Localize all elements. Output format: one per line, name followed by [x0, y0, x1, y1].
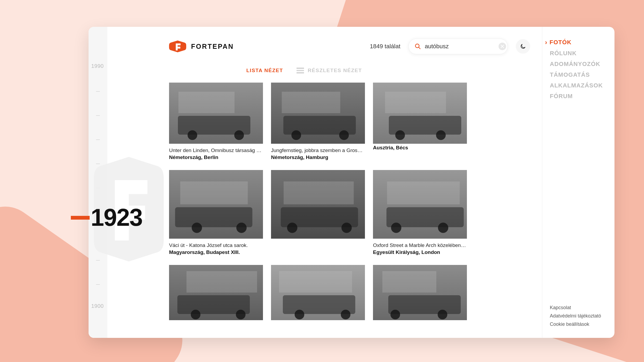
logo-icon: [169, 40, 186, 52]
timeline-tick: [96, 260, 100, 261]
nav-menu: FOTÓKRÓLUNKADOMÁNYOZÓKTÁMOGATÁSALKALMAZÁ…: [550, 39, 614, 100]
svg-rect-21: [180, 182, 248, 204]
footer-link[interactable]: Cookie beállítások: [550, 322, 614, 327]
photo-location: Németország, Berlin: [169, 154, 263, 160]
svg-point-14: [395, 130, 405, 140]
dark-mode-toggle[interactable]: [516, 39, 530, 54]
photo-grid: Unter den Linden, Omnibusz társaság nyit…: [107, 83, 542, 320]
nav-item-fotók[interactable]: FOTÓK: [550, 39, 614, 46]
view-toggle: LISTA NÉZET RÉSZLETES NÉZET: [107, 54, 542, 83]
svg-point-25: [341, 223, 352, 233]
timeline-rail[interactable]: 1990 1900: [89, 27, 107, 338]
timeline-current-year: 1923: [91, 204, 142, 231]
list-view-toggle[interactable]: LISTA NÉZET: [169, 68, 283, 73]
footer-link[interactable]: Adatvédelmi tájékoztató: [550, 313, 614, 319]
svg-point-10: [339, 130, 349, 140]
svg-point-34: [191, 310, 200, 319]
footer-link[interactable]: Kapcsolat: [550, 305, 614, 311]
nav-footer: KapcsolatAdatvédelmi tájékoztatóCookie b…: [550, 305, 614, 330]
svg-rect-43: [388, 295, 461, 314]
svg-point-5: [234, 130, 244, 140]
list-view-label: LISTA NÉZET: [246, 68, 283, 73]
side-nav: FOTÓKRÓLUNKADOMÁNYOZÓKTÁMOGATÁSALKALMAZÁ…: [542, 27, 614, 338]
svg-point-44: [390, 310, 400, 319]
photo-card[interactable]: [169, 265, 263, 320]
photo-location: Németország, Hamburg: [271, 154, 365, 160]
photo-thumbnail[interactable]: [271, 83, 365, 144]
svg-point-40: [341, 310, 350, 319]
photo-card[interactable]: Jungfernstieg, jobbra szemben a Grosse B…: [271, 83, 365, 160]
photo-caption: Váci út - Katona József utca sarok.: [169, 242, 263, 248]
svg-line-1: [419, 47, 420, 49]
photo-card[interactable]: [373, 265, 467, 320]
timeline-bottom-year: 1900: [91, 303, 104, 309]
clear-search-button[interactable]: [499, 43, 506, 50]
nav-item-támogatás[interactable]: TÁMOGATÁS: [550, 71, 614, 78]
photo-thumbnail[interactable]: [169, 170, 263, 239]
photo-thumbnail[interactable]: [373, 170, 467, 239]
photo-thumbnail[interactable]: [169, 265, 263, 320]
photo-thumbnail[interactable]: [373, 265, 467, 320]
photo-caption: Unter den Linden, Omnibusz társaság nyit…: [169, 147, 263, 153]
photo-caption: Oxford Street a Marble Arch közelében. A…: [373, 242, 467, 248]
timeline-top-year: 1990: [91, 63, 104, 69]
timeline-tick: [96, 284, 100, 285]
photo-thumbnail[interactable]: [271, 170, 365, 239]
photo-card[interactable]: [271, 265, 365, 320]
svg-point-19: [192, 223, 202, 233]
photo-card[interactable]: Ausztria, Bécs: [373, 83, 467, 160]
brand-logo[interactable]: FORTEPAN: [169, 40, 234, 52]
photo-location: Magyarország, Budapest XIII.: [169, 249, 263, 255]
search-input[interactable]: [425, 43, 499, 50]
result-count: 1849 találat: [370, 43, 400, 50]
photo-thumbnail[interactable]: [169, 83, 263, 144]
svg-rect-6: [178, 92, 235, 113]
timeline-tick: [96, 139, 100, 140]
photo-card[interactable]: Unter den Linden, Omnibusz társaság nyit…: [169, 83, 263, 160]
svg-rect-31: [387, 182, 460, 204]
detail-view-toggle[interactable]: RÉSZLETES NÉZET: [297, 68, 362, 73]
moon-icon: [520, 43, 526, 50]
svg-point-39: [295, 310, 304, 319]
svg-rect-16: [385, 92, 446, 113]
app-window: 1990 1900 FORTEPAN 1849 talál: [89, 27, 614, 338]
svg-point-20: [236, 223, 247, 233]
svg-point-4: [188, 130, 197, 140]
timeline-tick: [96, 164, 100, 164]
svg-point-35: [236, 310, 246, 319]
brand-name: FORTEPAN: [191, 43, 234, 50]
photo-card[interactable]: [271, 170, 365, 255]
svg-point-15: [436, 130, 446, 140]
svg-rect-46: [382, 271, 436, 293]
nav-item-alkalmazások[interactable]: ALKALMAZÁSOK: [550, 82, 614, 89]
svg-rect-11: [282, 92, 340, 113]
timeline-tick: [96, 91, 100, 92]
svg-point-29: [391, 223, 401, 233]
photo-location: Ausztria, Bécs: [373, 145, 467, 151]
list-icon: [297, 68, 304, 73]
photo-location: Egyesült Királyság, London: [373, 249, 467, 255]
svg-rect-36: [186, 271, 257, 293]
timeline-current-marker: 1923: [71, 204, 142, 231]
nav-item-adományozók[interactable]: ADOMÁNYOZÓK: [550, 61, 614, 68]
detail-view-label: RÉSZLETES NÉZET: [308, 68, 362, 73]
header: FORTEPAN 1849 találat: [107, 39, 542, 54]
svg-point-30: [438, 223, 448, 233]
photo-thumbnail[interactable]: [271, 265, 365, 320]
svg-point-45: [438, 310, 447, 319]
svg-point-24: [287, 223, 297, 233]
svg-rect-26: [284, 182, 354, 204]
close-icon: [501, 45, 504, 48]
grid-icon: [169, 68, 243, 73]
svg-point-9: [291, 130, 301, 140]
search-box[interactable]: [408, 39, 508, 54]
nav-item-rólunk[interactable]: RÓLUNK: [550, 50, 614, 57]
photo-card[interactable]: Váci út - Katona József utca sarok.Magya…: [169, 170, 263, 255]
timeline-tick: [96, 188, 100, 188]
svg-rect-41: [279, 271, 352, 293]
photo-caption: Jungfernstieg, jobbra szemben a Grosse B…: [271, 147, 365, 153]
nav-item-fórum[interactable]: FÓRUM: [550, 93, 614, 100]
photo-card[interactable]: Oxford Street a Marble Arch közelében. A…: [373, 170, 467, 255]
timeline-tick: [96, 115, 100, 116]
photo-thumbnail[interactable]: [373, 83, 467, 144]
